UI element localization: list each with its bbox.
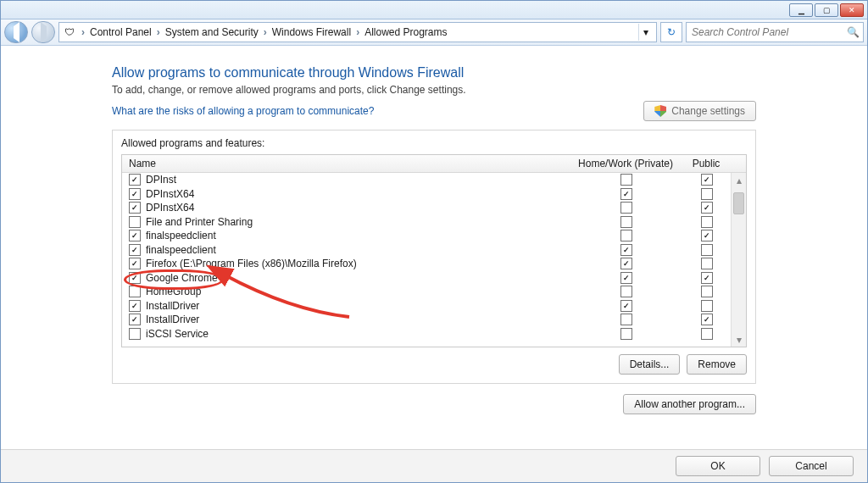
scroll-down-button[interactable]: ▾ bbox=[732, 332, 746, 347]
homework-checkbox[interactable] bbox=[620, 188, 632, 200]
remove-button[interactable]: Remove bbox=[687, 354, 747, 375]
scroll-track[interactable] bbox=[732, 187, 746, 332]
enable-checkbox[interactable] bbox=[129, 258, 141, 269]
breadcrumb-item[interactable]: System and Security bbox=[165, 26, 259, 38]
allowed-programs-group: Allowed programs and features: Name Home… bbox=[112, 130, 756, 384]
public-checkbox[interactable] bbox=[701, 300, 713, 312]
search-input[interactable] bbox=[690, 25, 847, 39]
public-checkbox[interactable] bbox=[701, 314, 713, 325]
scroll-up-button[interactable]: ▴ bbox=[732, 173, 746, 187]
enable-checkbox[interactable] bbox=[129, 244, 141, 256]
public-checkbox[interactable] bbox=[701, 244, 713, 256]
breadcrumb[interactable]: 🛡 Control Panel System and Security Wind… bbox=[58, 22, 657, 42]
table-row[interactable]: DPInst bbox=[122, 173, 732, 187]
homework-checkbox[interactable] bbox=[620, 272, 632, 284]
enable-checkbox[interactable] bbox=[129, 188, 141, 200]
cancel-button[interactable]: Cancel bbox=[769, 456, 854, 476]
table-row[interactable]: DPInstX64 bbox=[122, 201, 732, 215]
nav-back-button[interactable] bbox=[4, 21, 28, 43]
maximize-button[interactable]: ▢ bbox=[815, 3, 838, 17]
breadcrumb-separator bbox=[353, 26, 363, 38]
program-name: finalspeedclient bbox=[146, 230, 570, 242]
list-header: Name Home/Work (Private) Public bbox=[122, 155, 746, 173]
table-row[interactable]: InstallDriver bbox=[122, 313, 732, 327]
program-name: File and Printer Sharing bbox=[146, 216, 570, 228]
enable-checkbox[interactable] bbox=[129, 174, 141, 186]
refresh-button[interactable]: ↻ bbox=[660, 22, 682, 42]
program-name: DPInstX64 bbox=[146, 202, 570, 214]
change-settings-button[interactable]: Change settings bbox=[643, 101, 756, 121]
homework-checkbox[interactable] bbox=[620, 202, 632, 214]
homework-checkbox[interactable] bbox=[620, 300, 632, 312]
table-row[interactable]: Firefox (E:\Program Files (x86)\Mozilla … bbox=[122, 257, 732, 271]
public-checkbox[interactable] bbox=[701, 188, 713, 200]
enable-checkbox[interactable] bbox=[129, 300, 141, 312]
nav-forward-button[interactable] bbox=[31, 21, 55, 43]
allow-another-program-button[interactable]: Allow another program... bbox=[623, 394, 756, 414]
arrow-left-icon bbox=[14, 26, 19, 38]
close-icon: ✕ bbox=[849, 6, 855, 14]
enable-checkbox[interactable] bbox=[129, 230, 141, 242]
public-checkbox[interactable] bbox=[701, 328, 713, 340]
titlebar: ▁ ▢ ✕ bbox=[1, 1, 867, 19]
homework-checkbox[interactable] bbox=[620, 258, 632, 269]
enable-checkbox[interactable] bbox=[129, 216, 141, 228]
homework-checkbox[interactable] bbox=[620, 216, 632, 228]
navbar: 🛡 Control Panel System and Security Wind… bbox=[1, 19, 867, 46]
homework-checkbox[interactable] bbox=[620, 174, 632, 186]
ok-button[interactable]: OK bbox=[676, 456, 760, 476]
table-row[interactable]: File and Printer Sharing bbox=[122, 215, 732, 230]
public-checkbox[interactable] bbox=[701, 230, 713, 242]
homework-checkbox[interactable] bbox=[620, 244, 632, 256]
breadcrumb-separator bbox=[260, 26, 270, 38]
table-row[interactable]: DPInstX64 bbox=[122, 187, 732, 202]
public-checkbox[interactable] bbox=[701, 216, 713, 228]
public-checkbox[interactable] bbox=[701, 258, 713, 269]
enable-checkbox[interactable] bbox=[129, 328, 141, 340]
public-checkbox[interactable] bbox=[701, 202, 713, 214]
public-checkbox[interactable] bbox=[701, 286, 713, 297]
table-row[interactable]: iSCSI Service bbox=[122, 327, 732, 341]
maximize-icon: ▢ bbox=[823, 6, 831, 14]
page-subtitle: To add, change, or remove allowed progra… bbox=[112, 84, 756, 96]
program-name: finalspeedclient bbox=[146, 244, 570, 256]
column-homework[interactable]: Home/Work (Private) bbox=[570, 158, 681, 169]
public-checkbox[interactable] bbox=[701, 272, 713, 284]
enable-checkbox[interactable] bbox=[129, 272, 141, 284]
page-title: Allow programs to communicate through Wi… bbox=[112, 65, 756, 80]
table-row[interactable]: InstallDriver bbox=[122, 299, 732, 314]
breadcrumb-history-button[interactable]: ▾ bbox=[638, 24, 653, 41]
refresh-icon: ↻ bbox=[667, 26, 676, 38]
minimize-button[interactable]: ▁ bbox=[789, 3, 813, 17]
vertical-scrollbar[interactable]: ▴ ▾ bbox=[731, 173, 746, 347]
details-button[interactable]: Details... bbox=[619, 354, 681, 375]
table-row[interactable]: finalspeedclient bbox=[122, 243, 732, 258]
public-checkbox[interactable] bbox=[701, 174, 713, 186]
enable-checkbox[interactable] bbox=[129, 202, 141, 214]
breadcrumb-item[interactable]: Control Panel bbox=[90, 26, 152, 38]
program-name: InstallDriver bbox=[146, 314, 570, 325]
table-row[interactable]: finalspeedclient bbox=[122, 229, 732, 243]
program-list: Name Home/Work (Private) Public DPInstDP… bbox=[121, 154, 747, 347]
breadcrumb-item[interactable]: Windows Firewall bbox=[272, 26, 351, 38]
column-public[interactable]: Public bbox=[681, 158, 732, 169]
search-box[interactable]: 🔍 bbox=[686, 22, 864, 42]
homework-checkbox[interactable] bbox=[620, 314, 632, 325]
table-row[interactable]: Google Chrome bbox=[122, 271, 732, 286]
group-label: Allowed programs and features: bbox=[121, 137, 747, 149]
program-name: Firefox (E:\Program Files (x86)\Mozilla … bbox=[146, 258, 570, 269]
breadcrumb-item[interactable]: Allowed Programs bbox=[364, 26, 447, 38]
content-area: Allow programs to communicate through Wi… bbox=[1, 45, 867, 450]
scroll-thumb[interactable] bbox=[733, 192, 744, 214]
homework-checkbox[interactable] bbox=[620, 328, 632, 340]
column-name[interactable]: Name bbox=[122, 158, 570, 169]
window: ▁ ▢ ✕ 🛡 Control Panel System and Securit… bbox=[0, 0, 868, 483]
close-button[interactable]: ✕ bbox=[840, 3, 864, 17]
control-panel-icon: 🛡 bbox=[63, 25, 76, 39]
enable-checkbox[interactable] bbox=[129, 286, 141, 297]
homework-checkbox[interactable] bbox=[620, 230, 632, 242]
enable-checkbox[interactable] bbox=[129, 314, 141, 325]
table-row[interactable]: HomeGroup bbox=[122, 285, 732, 299]
risks-link[interactable]: What are the risks of allowing a program… bbox=[112, 105, 374, 117]
homework-checkbox[interactable] bbox=[620, 286, 632, 297]
